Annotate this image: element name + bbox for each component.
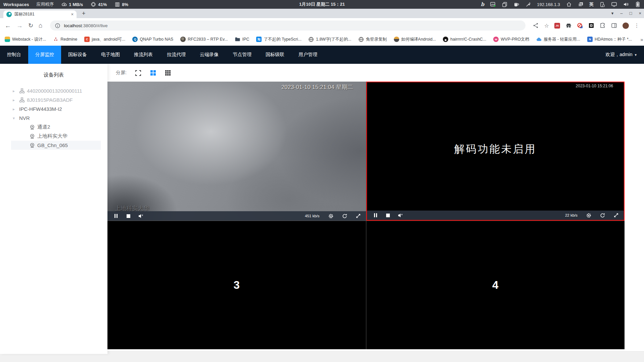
extension-js-icon[interactable]: JS (554, 23, 560, 29)
share-icon[interactable] (533, 22, 539, 29)
screenshot-tray-icon[interactable] (490, 1, 496, 7)
profile-avatar[interactable] (623, 22, 629, 29)
video-cell-3[interactable]: 3 (107, 221, 366, 349)
window-minimize-button[interactable]: – (620, 11, 623, 16)
bookmark-item[interactable]: 免登录复制 (358, 37, 387, 42)
pause-icon[interactable] (374, 213, 377, 217)
browser-tab[interactable]: 国标28181 × (3, 10, 77, 18)
video-cell-2[interactable]: 2023-01-10 15:21:06 解码功能未启用 22 kb/s (366, 82, 625, 221)
tree-item-channel[interactable]: 通道2 (11, 123, 101, 132)
fullscreen-expand-icon[interactable] (614, 213, 618, 218)
window-maximize-button[interactable]: □ (630, 11, 632, 16)
user-menu[interactable]: 欢迎，admin ▾ (605, 46, 644, 64)
address-bar[interactable]: localhost:38080/#/live (50, 20, 525, 31)
coffee-tray-icon[interactable] (513, 1, 519, 7)
nav-tab-split-monitor[interactable]: 分屏监控 (28, 46, 61, 64)
tree-item-device[interactable]: ▾ NVR (11, 114, 101, 123)
tab-search-chevron-icon[interactable]: ▾ (611, 11, 614, 16)
tree-item-device[interactable]: ▸ IPC-HFW4433M-I2 (11, 104, 101, 114)
input-method-indicator[interactable]: 英 (589, 1, 594, 7)
clipboard-tray-icon[interactable] (502, 1, 508, 7)
pause-icon[interactable] (114, 214, 118, 218)
windows-stack-tray-icon[interactable] (578, 1, 584, 7)
tab-close-icon[interactable]: × (71, 12, 74, 17)
bing-tray-icon[interactable]: b (481, 1, 485, 7)
tree-item-platform[interactable]: ▸ 8J01915PAGB3ADF (11, 95, 101, 104)
site-info-icon[interactable] (55, 22, 61, 29)
display-tray-icon[interactable] (611, 1, 617, 7)
color-picker-tray-icon[interactable] (525, 1, 531, 7)
tree-item-platform[interactable]: ▸ 44020000013200000111 (11, 86, 101, 95)
volume-muted-icon[interactable] (138, 214, 144, 218)
tree-item-channel[interactable]: 上地科实大华 (11, 132, 101, 141)
back-button[interactable]: ← (5, 22, 11, 29)
bookmark-item[interactable]: 知了不起的 TypeScri... (256, 37, 302, 42)
video3-number: 3 (107, 221, 366, 349)
extension-frame-icon[interactable] (588, 22, 594, 29)
split-label: 分屏: (116, 70, 127, 76)
home-tray-icon[interactable] (566, 1, 572, 7)
nav-tab-push-list[interactable]: 推流列表 (127, 46, 160, 64)
nav-tab-console[interactable]: 控制台 (0, 46, 28, 64)
bookmark-item[interactable]: Webstack - 设计... (5, 37, 46, 42)
bookmark-item[interactable]: 如何编译Android... (394, 37, 436, 42)
settings-gear-icon[interactable] (586, 213, 591, 218)
cpu-indicator[interactable]: 41% (90, 1, 107, 7)
nav-tab-emap[interactable]: 电子地图 (94, 46, 127, 64)
battery-tray-icon[interactable] (635, 1, 641, 7)
nav-tab-cloud-record[interactable]: 云端录像 (193, 46, 226, 64)
bookmark-item[interactable]: NHDAtmos :: 种子 *... (587, 37, 632, 42)
ip-indicator[interactable]: 192.168.1.3 (537, 2, 560, 7)
grid-3x3-icon[interactable] (165, 70, 171, 76)
browser-menu-icon[interactable]: ⋮ (634, 22, 639, 29)
memory-indicator[interactable]: 8% (114, 1, 128, 7)
refresh-icon[interactable] (342, 214, 347, 219)
volume-tray-icon[interactable] (623, 1, 629, 7)
fullscreen-expand-icon[interactable] (356, 214, 361, 218)
refresh-icon[interactable] (600, 213, 605, 218)
reload-button[interactable]: ↻ (28, 22, 33, 29)
caret-right-icon[interactable]: ▸ (13, 107, 17, 111)
caret-right-icon[interactable]: ▸ (13, 98, 17, 102)
bookmark-item[interactable]: 服务器 - 轻量应用... (536, 37, 580, 42)
video-cell-1[interactable]: 2023-01-10 15:21:04 星期二 上地科实大华 451 kb/s (107, 82, 366, 221)
window-close-button[interactable]: × (639, 11, 641, 16)
video-cell-4[interactable]: 4 (366, 221, 625, 349)
extensions-puzzle-icon[interactable] (600, 22, 606, 29)
bookmark-item[interactable]: Cjava、android可... (84, 37, 125, 42)
clock[interactable]: 1月10日 星期二 15：21 (299, 1, 345, 7)
bookmark-item[interactable]: 1.8W字|了不起的... (309, 37, 351, 42)
bookmark-item[interactable]: hairrrrr/C-CrashC... (443, 37, 486, 42)
extension-blocker-icon[interactable] (577, 22, 583, 29)
bookmark-star-icon[interactable]: ☆ (544, 22, 549, 29)
nav-tab-gb-devices[interactable]: 国标设备 (61, 46, 94, 64)
stop-icon[interactable] (127, 214, 130, 218)
bookmarks-overflow-icon[interactable]: » (640, 37, 643, 42)
bookmark-item[interactable]: ∴Redmine (53, 37, 77, 42)
nav-tab-pull-proxy[interactable]: 拉流代理 (160, 46, 193, 64)
extension-incognito-icon[interactable] (565, 22, 571, 29)
caret-right-icon[interactable]: ▸ (13, 89, 17, 93)
forward-button[interactable]: → (16, 22, 23, 29)
caret-down-icon[interactable]: ▾ (13, 116, 17, 121)
nav-tab-cascade[interactable]: 国标级联 (259, 46, 291, 64)
bookmark-item[interactable]: QQNAP Turbo NAS (132, 37, 173, 42)
stop-icon[interactable] (386, 214, 390, 217)
nav-tab-nodes[interactable]: 节点管理 (226, 46, 259, 64)
new-tab-button[interactable]: + (82, 10, 86, 17)
side-panel-icon[interactable] (611, 22, 617, 29)
network-indicator[interactable]: 1 MB/s (61, 1, 83, 7)
home-button[interactable]: ⌂ (39, 22, 42, 29)
workspaces-button[interactable]: Workspaces (3, 2, 29, 7)
bookmark-item[interactable]: RFC2833 – RTP Ev... (180, 37, 228, 42)
grid-2x2-icon[interactable] (150, 70, 156, 76)
applications-menu[interactable]: 应用程序 (36, 1, 54, 7)
bookmark-folder[interactable]: IPC (235, 37, 249, 42)
nav-tab-users[interactable]: 用户管理 (291, 46, 324, 64)
bookmark-item[interactable]: WWVP-PRO文档 (493, 37, 529, 42)
volume-muted-icon[interactable] (398, 213, 403, 218)
tree-item-channel-selected[interactable]: GB_Chn_065 (11, 141, 101, 150)
settings-gear-icon[interactable] (328, 214, 333, 219)
phone-link-tray-icon[interactable] (599, 1, 605, 7)
single-screen-icon[interactable] (135, 70, 141, 76)
